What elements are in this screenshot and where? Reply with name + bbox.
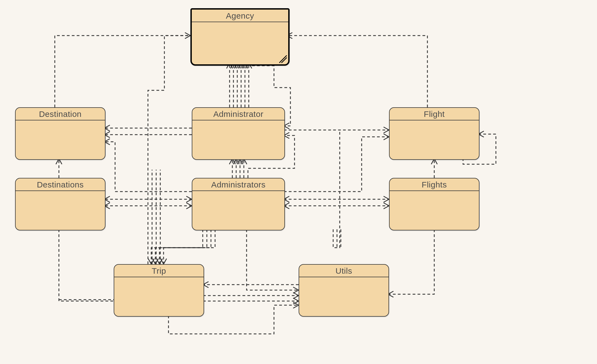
node-flights[interactable]: Flights xyxy=(389,178,479,230)
node-agency[interactable]: Agency xyxy=(190,8,290,66)
edge-administrators-destination xyxy=(104,139,192,192)
node-administrators-label: Administrators xyxy=(192,178,284,191)
edge-flight-agency xyxy=(287,33,427,107)
edge-administrators-flight xyxy=(284,134,389,192)
node-administrator-label: Administrator xyxy=(192,108,284,120)
diagram-canvas: Agency Destination Administrator Flight … xyxy=(0,0,597,364)
edge-administrators-utils xyxy=(247,229,299,293)
node-flights-label: Flights xyxy=(390,178,479,191)
fold-corner-icon xyxy=(279,55,287,63)
edge-administrator-destination xyxy=(104,125,192,138)
node-trip[interactable]: Trip xyxy=(114,264,204,317)
node-destination-label: Destination xyxy=(16,108,105,120)
edge-destinations-destination xyxy=(56,159,62,178)
node-destinations[interactable]: Destinations xyxy=(15,178,105,230)
edge-administrators-flights xyxy=(284,196,389,209)
node-flight[interactable]: Flight xyxy=(389,107,479,160)
node-destinations-label: Destinations xyxy=(16,178,105,191)
edge-administrators-trip xyxy=(148,229,215,264)
node-agency-label: Agency xyxy=(192,10,288,22)
edge-trip-utils xyxy=(203,282,299,304)
edge-flights-utils xyxy=(388,229,434,297)
edge-destinations-utils xyxy=(59,229,114,301)
node-administrators[interactable]: Administrators xyxy=(192,178,285,230)
node-administrator[interactable]: Administrator xyxy=(192,107,285,160)
node-utils[interactable]: Utils xyxy=(299,264,389,317)
edge-administrators-destinations xyxy=(104,196,192,209)
node-trip-label: Trip xyxy=(114,265,204,277)
edge-flights-flight xyxy=(431,159,437,178)
node-destination[interactable]: Destination xyxy=(15,107,105,160)
edge-destination-agency xyxy=(55,33,190,107)
node-utils-label: Utils xyxy=(299,265,389,277)
edge-administrator-flight xyxy=(284,127,389,133)
node-flight-label: Flight xyxy=(390,108,479,120)
